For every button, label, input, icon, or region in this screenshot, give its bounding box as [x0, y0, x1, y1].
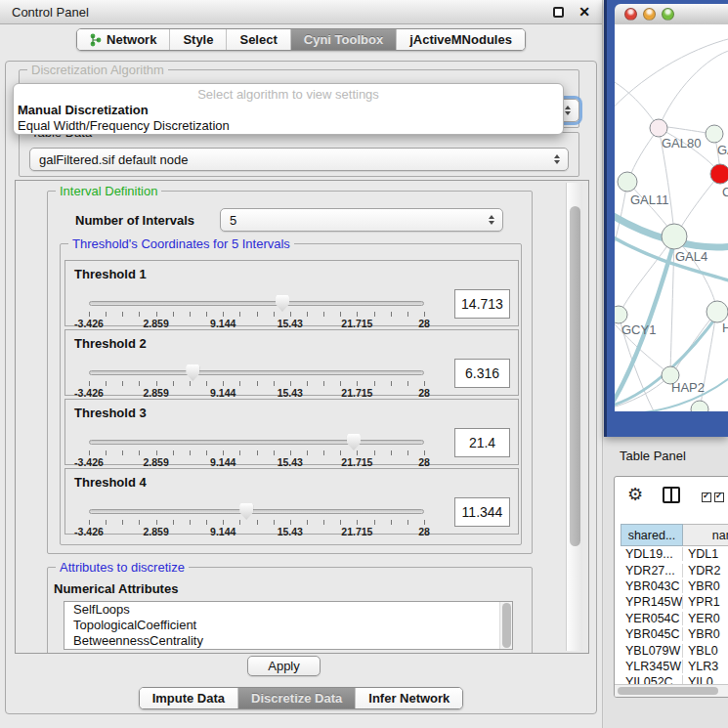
network-node-gal11[interactable]: [618, 172, 637, 192]
tab-label: Discretize Data: [251, 691, 342, 706]
table-data-combobox-value: galFiltered.sif default node: [39, 152, 188, 167]
tick-mark: [290, 450, 291, 455]
network-node-gcy1[interactable]: [615, 306, 627, 323]
network-node-label: GAL11: [630, 193, 669, 207]
tick-mark: [407, 312, 408, 317]
network-node-h[interactable]: [707, 301, 728, 322]
apply-button[interactable]: Apply: [247, 656, 321, 676]
threshold-value-field[interactable]: 14.713: [454, 289, 510, 319]
mac-minimize-button[interactable]: [643, 8, 656, 21]
close-icon[interactable]: ✕: [578, 5, 590, 19]
network-edge[interactable]: [615, 78, 659, 128]
slider-thumb[interactable]: [276, 295, 289, 312]
slider-track[interactable]: [89, 370, 424, 375]
tick-label: 28: [418, 526, 430, 537]
tick-label: -3.426: [74, 456, 104, 468]
network-edge[interactable]: [677, 174, 720, 234]
network-node-label: H: [722, 321, 728, 335]
tab-cyni-toolbox[interactable]: Cyni Toolbox: [290, 29, 396, 50]
network-node-ga[interactable]: [706, 125, 723, 143]
list-scrollbar[interactable]: [499, 602, 512, 649]
tick-mark: [290, 312, 291, 317]
table-horizontal-scrollbar[interactable]: [615, 684, 728, 697]
tick-label: 21.715: [341, 526, 372, 537]
tab-infer-network[interactable]: Infer Network: [355, 688, 462, 708]
network-node-gal80[interactable]: [650, 119, 667, 137]
tick-mark: [424, 450, 425, 455]
threshold-slider[interactable]: -3.4262.8599.14415.4321.71528: [89, 502, 424, 535]
mac-close-button[interactable]: [624, 8, 637, 21]
column-header-name[interactable]: name: [683, 524, 728, 546]
threshold-slider[interactable]: -3.4262.8599.14415.4321.71528: [89, 433, 424, 466]
tick-mark: [290, 520, 291, 525]
tab-network[interactable]: Network: [77, 29, 169, 50]
network-view-window[interactable]: GAL80GACGAL11GAL4GCY1HHAP2: [604, 0, 728, 437]
table-row[interactable]: YLR345WYLR3: [621, 659, 728, 674]
split-columns-icon[interactable]: [663, 487, 680, 503]
tick-mark: [374, 381, 375, 386]
tick-mark: [323, 381, 324, 386]
table-cell-shared-name: YIL052C: [621, 675, 683, 684]
table-row[interactable]: YER054CYER0: [621, 611, 728, 626]
tab-jactivemnodules[interactable]: jActiveMNodules: [396, 29, 525, 50]
network-node-c[interactable]: [710, 164, 728, 184]
threshold-value-field[interactable]: 21.4: [454, 428, 510, 457]
checkbox-icon[interactable]: [702, 492, 711, 502]
float-window-icon[interactable]: [553, 7, 564, 18]
list-item[interactable]: TopologicalCoefficient: [64, 618, 512, 633]
tick-mark: [106, 312, 107, 317]
column-header-shared-name[interactable]: shared...: [621, 524, 683, 546]
list-item[interactable]: SelfLoops: [64, 602, 512, 618]
table-row[interactable]: YDL19...YDL1: [621, 546, 728, 562]
table-cell-name: YDR2: [683, 564, 728, 578]
top-tabs-row: NetworkStyleSelectCyni ToolboxjActiveMNo…: [0, 28, 602, 51]
threshold-slider[interactable]: -3.4262.8599.14415.4321.71528: [89, 294, 424, 327]
tick-label: 28: [418, 456, 430, 468]
network-window-titlebar[interactable]: [615, 4, 728, 24]
network-node[interactable]: [691, 401, 708, 411]
table-cell-name: YIL0: [683, 675, 728, 684]
table-row[interactable]: YDR27...YDR2: [621, 562, 728, 578]
slider-thumb[interactable]: [239, 503, 253, 520]
tab-discretize-data[interactable]: Discretize Data: [237, 688, 355, 708]
network-edge[interactable]: [659, 50, 728, 128]
slider-track[interactable]: [89, 440, 424, 445]
slider-thumb[interactable]: [347, 434, 361, 450]
slider-track[interactable]: [89, 509, 424, 514]
tab-impute-data[interactable]: Impute Data: [140, 688, 237, 708]
table-data-combobox[interactable]: galFiltered.sif default node: [29, 148, 569, 171]
network-node-gal4[interactable]: [662, 224, 687, 249]
settings-vertical-scrollbar[interactable]: [566, 183, 582, 651]
tick-label: 15.43: [278, 387, 303, 399]
table-row[interactable]: YPR145WYPR1: [621, 594, 728, 610]
table-row[interactable]: YBL079WYBL0: [621, 642, 728, 658]
scrollbar-thumb[interactable]: [570, 206, 580, 546]
tab-style[interactable]: Style: [169, 29, 226, 50]
threshold-label: Threshold 3: [74, 406, 147, 420]
threshold-value-field[interactable]: 6.316: [454, 359, 510, 388]
tick-mark: [89, 312, 90, 317]
slider-thumb[interactable]: [186, 364, 199, 381]
mac-zoom-button[interactable]: [662, 8, 674, 21]
threshold-value-field[interactable]: 11.344: [454, 497, 510, 527]
checkbox-icon[interactable]: [714, 492, 724, 502]
scrollbar-thumb[interactable]: [618, 687, 718, 695]
list-item[interactable]: BetweennessCentrality: [64, 633, 512, 649]
tick-mark: [106, 520, 107, 525]
number-of-intervals-combobox[interactable]: 5: [220, 208, 503, 232]
table-cell-shared-name: YBR045C: [621, 627, 683, 641]
tick-mark: [156, 450, 157, 455]
table-row[interactable]: YBR043CYBR0: [621, 578, 728, 594]
table-panel-title: Table Panel: [620, 449, 686, 463]
popup-option-equal-width-frequency[interactable]: Equal Width/Frequency Discretization: [14, 118, 563, 134]
tab-select[interactable]: Select: [226, 29, 289, 50]
slider-track[interactable]: [89, 301, 424, 306]
table-header-row: shared... name: [621, 524, 728, 546]
threshold-slider[interactable]: -3.4262.8599.14415.4321.71528: [89, 364, 424, 397]
gear-icon[interactable]: ⚙: [627, 484, 643, 505]
table-row[interactable]: YBR045CYBR0: [621, 626, 728, 642]
network-canvas[interactable]: GAL80GACGAL11GAL4GCY1HHAP2: [615, 24, 728, 411]
popup-option-manual-discretization[interactable]: Manual Discretization: [14, 103, 563, 118]
table-row[interactable]: YIL052CYIL0: [621, 674, 728, 684]
tick-mark: [190, 450, 191, 455]
